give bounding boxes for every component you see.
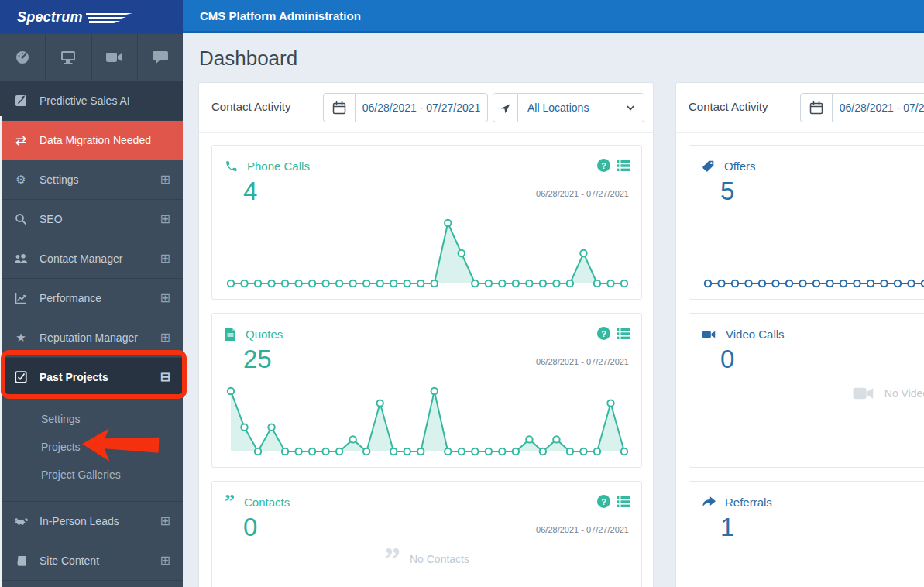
users-icon xyxy=(12,253,29,265)
sidebar-subitem-settings[interactable]: Settings xyxy=(0,405,183,433)
sidebar-subitem-projects[interactable]: Projects xyxy=(0,433,183,461)
chat-bubble-icon[interactable] xyxy=(138,34,183,81)
list-view-icon[interactable] xyxy=(617,160,630,171)
list-view-icon[interactable] xyxy=(617,328,630,339)
contacts-count: 0 xyxy=(243,513,257,542)
card-title: Referrals xyxy=(725,496,772,509)
offers-count: 5 xyxy=(720,177,734,206)
phone-icon xyxy=(225,160,238,173)
card-title: Contacts xyxy=(244,496,290,509)
phone-calls-count: 4 xyxy=(243,177,257,206)
video-camera-icon-gray xyxy=(852,385,875,402)
sidebar-item-label: Performance xyxy=(40,292,101,304)
quotes-count: 25 xyxy=(243,345,272,374)
video-calls-count: 0 xyxy=(720,345,734,374)
no-contacts-message: ” No Contacts xyxy=(212,553,641,566)
sidebar-item-label: SEO xyxy=(40,213,63,225)
card-title: Quotes xyxy=(246,328,283,341)
sidebar-item-contact-manager[interactable]: Contact Manager ⊞ xyxy=(0,239,183,279)
card-date-range: 06/28/2021 - 07/27/2021 xyxy=(536,357,629,366)
expand-plus-icon[interactable]: ⊞ xyxy=(160,292,170,304)
sidebar-item-label: Data Migration Needed xyxy=(40,134,151,146)
gear-icon: ⚙ xyxy=(12,173,29,187)
spectrum-logo-stripes-icon xyxy=(86,12,134,24)
sidebar-item-settings[interactable]: ⚙ Settings ⊞ xyxy=(0,160,183,200)
card-date-range: 06/28/2021 - 07/27/2021 xyxy=(536,189,629,198)
card-title: Video Calls xyxy=(726,328,785,341)
handshake-icon xyxy=(12,516,29,527)
check-square-icon xyxy=(12,371,29,383)
contact-activity-panel-left: Contact Activity 06/28/2021 - 07/27/2021… xyxy=(198,82,654,587)
panel-header: Contact Activity 06/28/2021 - 07/27/2021… xyxy=(199,83,653,133)
expand-plus-icon[interactable]: ⊞ xyxy=(160,173,170,186)
date-range-input[interactable]: 06/28/2021 - 07/27/2021 xyxy=(832,93,924,122)
sidebar-item-past-projects[interactable]: Past Projects ⊟ xyxy=(0,358,183,397)
chevron-down-icon xyxy=(627,105,634,111)
sidebar-item-performance[interactable]: Performance ⊞ xyxy=(0,279,183,318)
expand-plus-icon[interactable]: ⊞ xyxy=(160,554,170,567)
calendar-button[interactable] xyxy=(323,93,356,122)
quotes-chart xyxy=(225,380,630,461)
subitem-label: Project Galleries xyxy=(41,469,121,481)
contacts-card: ” Contacts ? 0 06/28/2021 - 07/27/2021 ”… xyxy=(211,481,642,587)
desktop-monitor-icon[interactable] xyxy=(46,34,91,81)
sidebar-subitem-project-galleries[interactable]: Project Galleries xyxy=(0,461,183,489)
date-range-input[interactable]: 06/28/2021 - 07/27/2021 xyxy=(355,93,488,122)
subitem-label: Projects xyxy=(41,441,81,453)
help-question-icon[interactable]: ? xyxy=(597,495,610,508)
sidebar-item-site-content[interactable]: Site Content ⊞ xyxy=(0,541,183,581)
sidebar-item-label: In-Person Leads xyxy=(40,515,119,527)
dashboard-gauge-icon[interactable] xyxy=(0,34,46,81)
collapse-minus-icon[interactable]: ⊟ xyxy=(160,371,170,383)
sidebar-item-label: Settings xyxy=(40,173,79,186)
topbar-title: CMS Platform Administration xyxy=(200,9,361,22)
topbar: CMS Platform Administration xyxy=(183,0,924,33)
locations-select-value: All Locations xyxy=(527,101,589,114)
expand-plus-icon[interactable]: ⊞ xyxy=(160,515,170,527)
sidebar-item-data-migration-needed[interactable]: ⇄ Data Migration Needed xyxy=(0,121,183,160)
sidebar-item-label: Contact Manager xyxy=(40,252,122,265)
sidebar-item-seo[interactable]: SEO ⊞ xyxy=(0,200,183,239)
help-question-icon[interactable]: ? xyxy=(597,159,610,172)
sidebar-icon-tabs xyxy=(0,34,183,81)
sidebar-item-in-person-leads[interactable]: In-Person Leads ⊞ xyxy=(0,502,183,541)
search-icon xyxy=(12,213,29,225)
video-calls-card: Video Calls 0 No Video Calls xyxy=(689,313,924,468)
phone-calls-card: Phone Calls ? 4 06/28/2021 - 07/27/2021 xyxy=(211,145,642,300)
sidebar-item-reputation-manager[interactable]: ★ Reputation Manager ⊞ xyxy=(0,318,183,358)
locations-select[interactable]: All Locations xyxy=(517,93,644,122)
sidebar-item-predictive-sales-ai[interactable]: Predictive Sales AI xyxy=(0,81,183,121)
card-date-range: 06/28/2021 - 07/27/2021 xyxy=(536,525,629,534)
calendar-button[interactable] xyxy=(800,93,833,122)
quotes-card: Quotes ? 25 06/28/2021 - 07/27/2021 xyxy=(211,313,642,468)
expand-plus-icon[interactable]: ⊞ xyxy=(160,252,170,265)
video-camera-icon[interactable] xyxy=(92,34,138,81)
sidebar-item-label: Past Projects xyxy=(40,371,108,383)
date-filter-group: 06/28/2021 - 07/27/2021 xyxy=(800,93,924,122)
location-arrow-button[interactable] xyxy=(493,93,518,122)
calendar-icon xyxy=(809,101,823,115)
tag-icon xyxy=(702,160,715,173)
page-title: Dashboard xyxy=(199,46,297,70)
location-arrow-icon xyxy=(500,102,511,114)
help-question-icon[interactable]: ? xyxy=(597,327,610,340)
subitem-label: Settings xyxy=(41,413,81,425)
sidebar-item-label: Site Content xyxy=(40,554,99,567)
no-video-calls-message: No Video Calls xyxy=(689,385,924,402)
phone-calls-chart xyxy=(225,212,630,293)
past-projects-subnav: Settings Projects Project Galleries xyxy=(0,397,183,502)
referrals-count: 1 xyxy=(720,513,734,542)
empty-text: No Contacts xyxy=(410,553,469,565)
offers-chart xyxy=(702,212,924,293)
card-title: Phone Calls xyxy=(247,160,310,173)
empty-text: No Video Calls xyxy=(884,387,924,400)
expand-plus-icon[interactable]: ⊞ xyxy=(160,213,170,225)
quote-icon: ” xyxy=(225,498,235,506)
window-edge-strip xyxy=(0,116,2,587)
share-arrow-icon xyxy=(702,496,716,508)
panel-header: Contact Activity 06/28/2021 - 07/27/2021 xyxy=(676,83,924,133)
list-view-icon[interactable] xyxy=(617,496,630,507)
date-location-filter-group: 06/28/2021 - 07/27/2021 All Locations xyxy=(323,93,644,122)
line-chart-icon xyxy=(12,293,29,304)
expand-plus-icon[interactable]: ⊞ xyxy=(160,331,170,344)
